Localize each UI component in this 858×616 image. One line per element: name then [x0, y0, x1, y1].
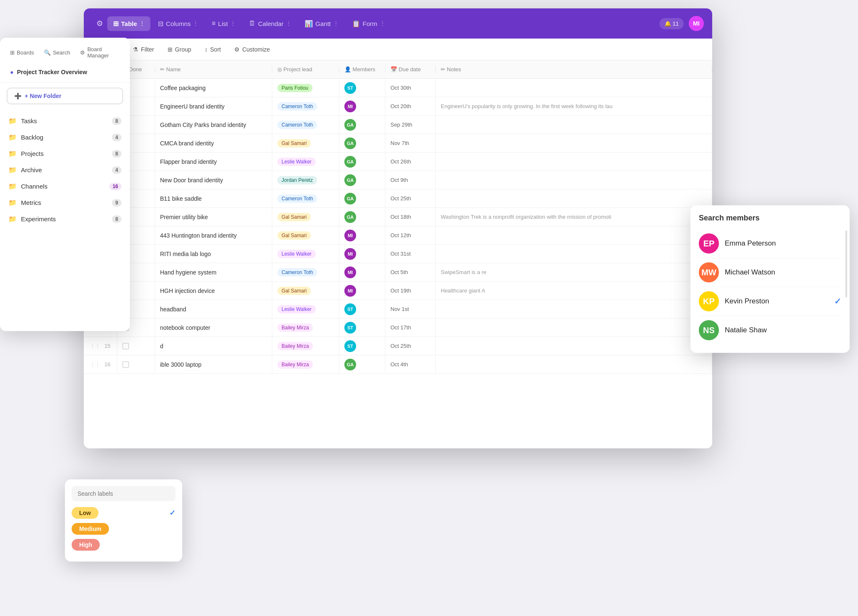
drag-handle[interactable]: ⋮⋮	[90, 343, 100, 349]
sidebar-item-backlog[interactable]: 📁 Backlog 4	[0, 129, 130, 145]
lead-badge[interactable]: Gal Samari	[277, 231, 311, 240]
user-avatar[interactable]: MI	[689, 16, 704, 31]
tab-list[interactable]: ≡ List ⋮	[206, 16, 241, 31]
member-item-kevin[interactable]: KP Kevin Preston ✓	[699, 287, 841, 316]
cell-done[interactable]	[117, 355, 155, 373]
new-folder-button[interactable]: ➕ + New Folder	[7, 88, 123, 104]
calendar-tab-options[interactable]: ⋮	[286, 21, 291, 26]
cell-lead[interactable]: Cameron Toth	[272, 97, 339, 115]
label-item-medium[interactable]: Medium	[72, 523, 176, 535]
cell-members[interactable]: GA	[339, 153, 385, 171]
settings-button[interactable]: ⚙	[92, 16, 107, 31]
cell-members[interactable]: MI	[339, 245, 385, 263]
group-button[interactable]: ⊞ Group	[162, 43, 197, 56]
checkbox-unchecked[interactable]	[122, 343, 129, 349]
lead-badge[interactable]: Jordan Peretz	[277, 176, 317, 184]
tab-gantt[interactable]: 📊 Gantt ⋮	[299, 16, 344, 31]
label-item-low[interactable]: Low ✓	[72, 507, 176, 519]
sidebar-item-tasks[interactable]: 📁 Tasks 8	[0, 113, 130, 129]
lead-badge[interactable]: Cameron Toth	[277, 102, 317, 111]
label-check: ✓	[169, 508, 176, 518]
cell-members[interactable]: ST	[339, 337, 385, 355]
cell-members[interactable]: ST	[339, 300, 385, 318]
lead-badge[interactable]: Gal Samari	[277, 139, 311, 148]
members-scrollbar[interactable]	[845, 230, 847, 298]
sidebar-item-projects[interactable]: 📁 Projects 8	[0, 145, 130, 162]
tab-table[interactable]: ⊞ Table ⋮	[107, 16, 150, 31]
cell-members[interactable]: GA	[339, 116, 385, 134]
member-item-michael[interactable]: MW Michael Watson	[699, 258, 841, 287]
list-tab-options[interactable]: ⋮	[230, 21, 235, 26]
tasks-count: 8	[112, 117, 121, 125]
drag-handle[interactable]: ⋮⋮	[90, 362, 100, 368]
columns-tab-options[interactable]: ⋮	[193, 21, 198, 26]
lead-badge[interactable]: Cameron Toth	[277, 268, 317, 277]
lead-badge[interactable]: Leslie Walker	[277, 305, 316, 313]
lead-badge[interactable]: Bailey Mirza	[277, 360, 313, 369]
cell-lead[interactable]: Bailey Mirza	[272, 355, 339, 373]
cell-members[interactable]: GA	[339, 355, 385, 373]
cell-members[interactable]: GA	[339, 189, 385, 207]
cell-members[interactable]: MI	[339, 282, 385, 300]
cell-members[interactable]: MI	[339, 226, 385, 244]
cell-lead[interactable]: Cameron Toth	[272, 263, 339, 281]
form-tab-options[interactable]: ⋮	[380, 21, 385, 26]
cell-done[interactable]	[117, 337, 155, 355]
cell-lead[interactable]: Bailey Mirza	[272, 318, 339, 336]
lead-badge[interactable]: Bailey Mirza	[277, 324, 313, 332]
sidebar-item-archive[interactable]: 📁 Archive 4	[0, 162, 130, 178]
cell-lead[interactable]: Leslie Walker	[272, 300, 339, 318]
cell-members[interactable]: GA	[339, 134, 385, 152]
lead-badge[interactable]: Gal Samari	[277, 287, 311, 295]
cell-lead[interactable]: Jordan Peretz	[272, 171, 339, 189]
search-labels-input[interactable]	[72, 486, 176, 501]
cell-lead[interactable]: Leslie Walker	[272, 245, 339, 263]
sidebar-nav-board-manager[interactable]: ⚙ Board Manager	[77, 44, 123, 60]
sidebar-item-experiments[interactable]: 📁 Experiments 8	[0, 211, 130, 227]
sidebar-nav-boards[interactable]: ⊞ Boards	[7, 44, 37, 60]
lead-badge[interactable]: Cameron Toth	[277, 121, 317, 129]
tab-calendar[interactable]: 🗓 Calendar ⋮	[243, 16, 297, 31]
tab-calendar-label: Calendar	[258, 20, 284, 27]
member-item-natalie[interactable]: NS Natalie Shaw	[699, 316, 841, 344]
gantt-tab-options[interactable]: ⋮	[333, 21, 339, 26]
cell-members[interactable]: GA	[339, 208, 385, 226]
cell-lead[interactable]: Cameron Toth	[272, 189, 339, 207]
cell-members[interactable]: MI	[339, 97, 385, 115]
table-tab-options[interactable]: ⋮	[140, 21, 145, 26]
sidebar-item-metrics[interactable]: 📁 Metrics 9	[0, 194, 130, 211]
cell-lead[interactable]: Leslie Walker	[272, 153, 339, 171]
label-badge-low[interactable]: Low	[72, 507, 98, 519]
lead-badge[interactable]: Cameron Toth	[277, 194, 317, 203]
cell-members[interactable]: GA	[339, 171, 385, 189]
cell-members[interactable]: ST	[339, 79, 385, 97]
customize-button[interactable]: ⚙ Customize	[228, 43, 276, 56]
lead-badge[interactable]: Leslie Walker	[277, 158, 316, 166]
lead-badge[interactable]: Paris Fotiou	[277, 84, 313, 92]
labels-list: Low ✓ Medium High	[72, 507, 176, 551]
cell-lead[interactable]: Bailey Mirza	[272, 337, 339, 355]
tab-form[interactable]: 📋 Form ⋮	[346, 16, 391, 31]
sidebar-item-channels[interactable]: 📁 Channels 16	[0, 178, 130, 194]
lead-badge[interactable]: Leslie Walker	[277, 250, 316, 258]
lead-badge[interactable]: Gal Samari	[277, 213, 311, 221]
notifications-button[interactable]: 🔔 11	[659, 18, 684, 29]
lead-badge[interactable]: Bailey Mirza	[277, 342, 313, 350]
checkbox-unchecked[interactable]	[122, 361, 129, 368]
label-badge-high[interactable]: High	[72, 539, 100, 551]
cell-lead[interactable]: Gal Samari	[272, 134, 339, 152]
cell-lead[interactable]: Gal Samari	[272, 208, 339, 226]
cell-lead[interactable]: Gal Samari	[272, 226, 339, 244]
tab-columns[interactable]: ⊟ Columns ⋮	[152, 16, 204, 31]
sidebar-nav-search[interactable]: 🔍 Search	[41, 44, 73, 60]
label-badge-medium[interactable]: Medium	[72, 523, 109, 535]
label-item-high[interactable]: High	[72, 539, 176, 551]
cell-lead[interactable]: Gal Samari	[272, 282, 339, 300]
filter-button[interactable]: ⚗ Filter	[127, 43, 160, 56]
cell-members[interactable]: MI	[339, 263, 385, 281]
member-item-emma[interactable]: EP Emma Peterson	[699, 229, 841, 258]
cell-members[interactable]: ST	[339, 318, 385, 336]
cell-lead[interactable]: Cameron Toth	[272, 116, 339, 134]
sort-button[interactable]: ↕ Sort	[199, 43, 227, 56]
cell-lead[interactable]: Paris Fotiou	[272, 79, 339, 97]
